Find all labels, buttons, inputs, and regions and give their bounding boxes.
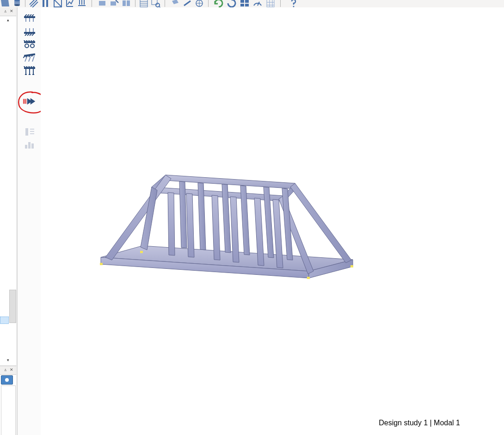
snapshot-panel: ⍋ ✕ [0, 366, 17, 435]
svg-rect-6 [99, 1, 105, 6]
svg-rect-9 [127, 0, 130, 6]
pin-icon[interactable]: ⍋ [2, 8, 8, 14]
camera-icon[interactable] [1, 375, 13, 385]
results-list-icon[interactable] [23, 127, 36, 137]
svg-rect-20 [24, 16, 35, 18]
svg-rect-16 [240, 4, 244, 6]
constraint-bottom-icon[interactable] [23, 27, 36, 37]
results-bars-icon[interactable] [23, 140, 36, 150]
svg-rect-21 [24, 32, 35, 34]
svg-point-2 [14, 4, 20, 6]
left-panel-column: ⍋ ✕ ▴ ▾ ⍋ ✕ [0, 7, 17, 435]
svg-rect-14 [240, 0, 244, 3]
svg-rect-29 [28, 142, 31, 149]
svg-rect-22 [24, 41, 35, 43]
svg-rect-17 [245, 4, 249, 6]
constraint-top-icon[interactable] [23, 14, 36, 24]
svg-rect-7 [111, 1, 116, 6]
top-toolbar [0, 0, 504, 8]
vertical-scrollbar[interactable] [9, 290, 16, 323]
svg-rect-26 [24, 67, 35, 69]
constraint-angled-icon[interactable] [23, 53, 36, 63]
toolbar-separator [208, 0, 209, 7]
scroll-down-icon[interactable]: ▾ [5, 358, 11, 363]
svg-rect-31 [100, 263, 103, 265]
snapshot-list [1, 385, 16, 435]
close-icon[interactable]: ✕ [9, 8, 14, 14]
constraint-legs-icon[interactable] [23, 66, 36, 76]
svg-rect-27 [25, 128, 28, 136]
toolbar-separator [25, 0, 25, 7]
model-tree-panel: ⍋ ✕ ▴ ▾ [0, 7, 17, 366]
svg-point-23 [25, 44, 29, 48]
svg-rect-4 [46, 0, 48, 7]
svg-rect-15 [245, 0, 249, 3]
svg-rect-34 [140, 251, 143, 253]
constraint-roller-icon[interactable] [23, 40, 36, 50]
panel-header: ⍋ ✕ [0, 7, 16, 16]
close-icon[interactable]: ✕ [9, 367, 14, 373]
svg-rect-8 [123, 0, 126, 6]
toolbar-separator [280, 0, 281, 7]
pin-icon[interactable]: ⍋ [2, 367, 8, 373]
svg-rect-3 [43, 0, 44, 7]
svg-rect-30 [31, 143, 34, 149]
scroll-up-icon[interactable]: ▴ [5, 18, 11, 23]
toolbar-separator [92, 0, 92, 7]
toolbar-separator [135, 0, 135, 7]
svg-point-24 [31, 44, 34, 48]
svg-rect-28 [25, 145, 27, 149]
3d-viewport[interactable]: Design study 1 | Modal 1 [41, 7, 504, 435]
simulation-vertical-toolbar [17, 7, 42, 435]
svg-rect-18 [267, 0, 274, 7]
svg-rect-33 [350, 265, 353, 267]
viewport-status-label: Design study 1 | Modal 1 [379, 419, 460, 427]
svg-point-12 [156, 3, 160, 7]
toolbar-separator [165, 0, 165, 7]
tree-selected-row[interactable] [0, 317, 9, 324]
svg-rect-32 [307, 277, 310, 279]
panel-header: ⍋ ✕ [0, 366, 16, 375]
run-analysis-icon[interactable] [23, 96, 36, 106]
truss-model [96, 165, 360, 285]
